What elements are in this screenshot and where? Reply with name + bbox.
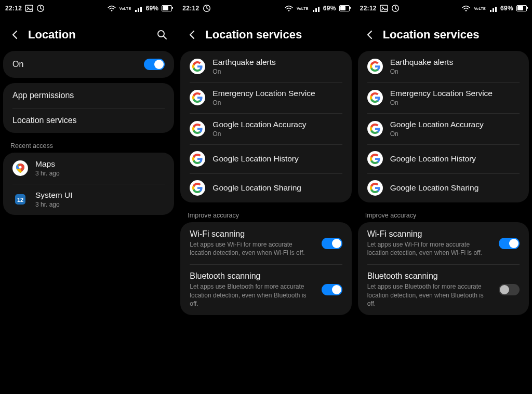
service-sub: On (212, 99, 342, 106)
improve-accuracy-label: Improve accuracy (355, 208, 532, 222)
location-master-toggle[interactable] (144, 59, 165, 70)
scan-label: Bluetooth scanning (367, 271, 491, 281)
screen-location-services-b: 22:12 VoLTE 69% Location services Earthq… (355, 0, 532, 394)
service-sub: On (390, 68, 520, 75)
wifi-scanning-toggle[interactable] (499, 238, 520, 249)
header: Location (0, 16, 177, 51)
improve-accuracy-label: Improve accuracy (177, 208, 354, 222)
clock-icon (36, 4, 45, 12)
status-time: 22:12 (360, 5, 377, 12)
service-row[interactable]: Google Location Sharing (180, 173, 351, 202)
service-sub: On (212, 130, 342, 138)
page-title: Location services (205, 28, 345, 42)
row-label: Location services (12, 116, 165, 125)
wifi-icon (107, 4, 116, 12)
app-permissions-row[interactable]: App permissions (3, 83, 174, 108)
scan-label: Bluetooth scanning (190, 271, 314, 281)
master-label: On (12, 60, 137, 69)
app-time: 3 hr. ago (35, 201, 165, 208)
google-icon (367, 151, 383, 167)
battery-icon (162, 5, 172, 11)
service-label: Google Location History (390, 154, 520, 164)
battery-pct: 69% (145, 5, 158, 12)
header: Location services (355, 16, 532, 51)
wifi-scanning-row[interactable]: Wi-Fi scanning Let apps use Wi-Fi for mo… (358, 222, 529, 264)
service-row[interactable]: Google Location History (358, 144, 529, 173)
google-icon (367, 121, 383, 137)
service-row[interactable]: Google Location History (180, 144, 351, 173)
service-row[interactable]: Emergency Location ServiceOn (180, 82, 351, 113)
service-sub: On (390, 130, 520, 138)
service-row[interactable]: Google Location AccuracyOn (180, 113, 351, 144)
signal-icon (134, 5, 142, 12)
battery-pct: 69% (500, 5, 513, 12)
wifi-icon (284, 4, 294, 12)
app-name: System UI (35, 191, 165, 200)
google-icon (367, 180, 383, 196)
back-button[interactable] (9, 29, 21, 40)
google-services-card: Earthquake alertsOn Emergency Location S… (358, 51, 529, 202)
google-icon (190, 180, 205, 196)
google-icon (367, 59, 383, 74)
google-icon (190, 90, 205, 105)
bluetooth-scanning-row[interactable]: Bluetooth scanning Let apps use Bluetoot… (358, 264, 529, 315)
service-label: Google Location History (212, 154, 342, 164)
service-label: Earthquake alerts (212, 58, 342, 67)
scan-label: Wi-Fi scanning (190, 229, 314, 239)
bluetooth-scanning-toggle[interactable] (499, 284, 520, 295)
screen-location: 22:12 VoLTE 69% Location On (0, 0, 177, 394)
page-title: Location services (383, 28, 523, 42)
bluetooth-scanning-row[interactable]: Bluetooth scanning Let apps use Bluetoot… (180, 264, 351, 315)
scan-label: Wi-Fi scanning (367, 229, 491, 239)
service-label: Google Location Sharing (212, 183, 342, 193)
service-row[interactable]: Emergency Location ServiceOn (358, 82, 529, 113)
scan-desc: Let apps use Bluetooth for more accurate… (367, 282, 487, 308)
location-services-row[interactable]: Location services (3, 108, 174, 133)
google-icon (367, 90, 383, 105)
service-row[interactable]: Earthquake alertsOn (180, 51, 351, 82)
scan-desc: Let apps use Bluetooth for more accurate… (190, 282, 309, 308)
status-time: 22:12 (5, 5, 22, 12)
back-button[interactable] (364, 29, 376, 40)
master-toggle-card: On (3, 51, 174, 78)
volte-badge: VoLTE (297, 7, 309, 10)
location-master-row[interactable]: On (3, 51, 174, 78)
maps-icon (12, 160, 28, 176)
app-time: 3 hr. ago (35, 170, 165, 177)
scan-desc: Let apps use Wi-Fi for more accurate loc… (367, 240, 487, 257)
search-button[interactable] (156, 29, 168, 40)
service-label: Earthquake alerts (390, 58, 520, 67)
bluetooth-scanning-toggle[interactable] (322, 284, 342, 295)
recent-access-card: Maps 3 hr. ago System UI 3 hr. ago (3, 153, 174, 215)
volte-badge: VoLTE (474, 7, 486, 10)
screen-location-services-a: 22:12 VoLTE 69% Location services Earthq… (177, 0, 354, 394)
battery-icon (339, 5, 350, 11)
service-sub: On (390, 99, 520, 106)
status-bar: 22:12 VoLTE 69% (355, 0, 532, 16)
google-icon (190, 121, 205, 137)
google-icon (190, 59, 205, 74)
signal-icon (489, 5, 497, 12)
wifi-scanning-row[interactable]: Wi-Fi scanning Let apps use Wi-Fi for mo… (180, 222, 351, 264)
image-icon (380, 4, 388, 12)
recent-app-row[interactable]: System UI 3 hr. ago (3, 184, 174, 215)
system-ui-icon (12, 192, 28, 207)
clock-icon (203, 4, 211, 12)
status-time: 22:12 (182, 5, 199, 12)
service-label: Emergency Location Service (390, 89, 520, 98)
service-row[interactable]: Google Location Sharing (358, 173, 529, 202)
header: Location services (177, 16, 354, 51)
page-title: Location (28, 28, 149, 42)
battery-icon (516, 5, 527, 11)
recent-app-row[interactable]: Maps 3 hr. ago (3, 153, 174, 184)
google-icon (190, 151, 205, 167)
wifi-scanning-toggle[interactable] (322, 238, 342, 249)
wifi-icon (461, 4, 471, 12)
service-row[interactable]: Google Location AccuracyOn (358, 113, 529, 144)
back-button[interactable] (187, 29, 198, 40)
clock-icon (391, 4, 400, 12)
service-label: Google Location Sharing (390, 183, 520, 193)
service-row[interactable]: Earthquake alertsOn (358, 51, 529, 82)
service-label: Google Location Accuracy (390, 120, 520, 129)
status-bar: 22:12 VoLTE 69% (177, 0, 354, 16)
